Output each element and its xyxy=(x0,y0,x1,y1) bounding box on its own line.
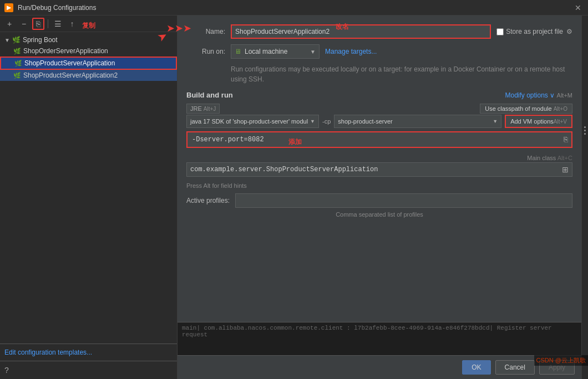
active-profiles-label: Active profiles: xyxy=(186,197,230,204)
title-bar: ▶ Run/Debug Configurations ✕ xyxy=(0,0,588,16)
toolbar-separator xyxy=(48,19,48,28)
copy-config-button[interactable]: ⎘ xyxy=(32,18,44,30)
cp-prefix: -cp xyxy=(322,118,331,125)
log-output-area: main| com.alibaba.nacos.common.remote.cl… xyxy=(178,322,581,355)
vm-options-row: -Dserver.port=8082 ⎘ xyxy=(186,131,572,151)
main-class-hint: Main class Alt+C xyxy=(527,155,572,161)
name-input[interactable] xyxy=(231,24,491,39)
main-class-row: com.example.server.ShopProductServerAppl… xyxy=(186,162,572,177)
sdk-dropdown[interactable]: java 17 SDK of 'shop-product-server' mod… xyxy=(186,115,319,128)
remove-config-button[interactable]: − xyxy=(18,18,30,30)
run-icon-3: 🌿 xyxy=(13,72,21,79)
active-profiles-row: Active profiles: xyxy=(186,193,572,208)
spring-boot-group-header[interactable]: ▼ 🌿 Spring Boot xyxy=(0,34,177,45)
run-icon-2: 🌿 xyxy=(14,60,22,67)
main-dialog: + − ⎘ ☰ ↑ ↓ ▼ 🌿 Spring Boot 🌿 ShopOrderS… xyxy=(0,16,588,379)
right-panel-edge xyxy=(581,16,588,379)
help-icon[interactable]: ? xyxy=(4,366,9,375)
add-config-button[interactable]: + xyxy=(3,18,16,30)
alt-hint-text: Press Alt for field hints xyxy=(186,182,572,189)
modify-options-link[interactable]: Modify options ∨ Alt+M xyxy=(505,91,573,99)
ok-button[interactable]: OK xyxy=(462,360,490,375)
main-class-field[interactable]: com.example.server.ShopProductServerAppl… xyxy=(186,162,572,177)
classpath-field[interactable]: shop-product-server ▼ xyxy=(334,115,501,128)
sidebar-item-shoporder[interactable]: 🌿 ShopOrderServerApplication xyxy=(0,45,177,57)
sidebar-item-shopproduct2[interactable]: 🌿 ShopProductServerApplication2 xyxy=(0,70,177,81)
build-run-title: Build and run xyxy=(186,91,233,99)
window-controls: ✕ xyxy=(572,3,584,12)
sidebar-toolbar: + − ⎘ ☰ ↑ ↓ xyxy=(0,16,177,32)
close-button[interactable]: ✕ xyxy=(572,3,584,12)
build-run-section-header: Build and run Modify options ∨ Alt+M xyxy=(186,91,572,99)
dialog-title: Run/Debug Configurations xyxy=(18,4,572,12)
store-row: Store as project file ⚙ xyxy=(496,28,572,35)
active-profiles-input[interactable] xyxy=(235,193,572,208)
app-icon: ▶ xyxy=(4,3,13,12)
manage-targets-link[interactable]: Manage targets... xyxy=(325,48,377,55)
name-label: Name: xyxy=(186,28,225,35)
sdk-arrow-icon: ▼ xyxy=(310,119,315,124)
jre-badge: JRE Alt+J xyxy=(186,104,220,114)
sort-button[interactable]: ☰ xyxy=(52,18,64,30)
spring-icon: 🌿 xyxy=(12,36,21,44)
spring-boot-label: Spring Boot xyxy=(23,36,58,44)
name-row: Name: Store as project file ⚙ xyxy=(186,24,572,39)
sidebar: + − ⎘ ☰ ↑ ↓ ▼ 🌿 Spring Boot 🌿 ShopOrderS… xyxy=(0,16,178,379)
csdn-watermark: CSDN @云上凯歌 xyxy=(534,355,588,366)
add-vm-options-button[interactable]: Add VM options Alt+V xyxy=(505,115,572,128)
info-text: Run configurations may be executed local… xyxy=(231,64,572,84)
sdk-row: java 17 SDK of 'shop-product-server' mod… xyxy=(186,115,572,128)
main-class-label-row: Main class Alt+C xyxy=(186,155,572,161)
spring-boot-group: ▼ 🌿 Spring Boot 🌿 ShopOrderServerApplica… xyxy=(0,34,177,81)
use-classpath-button[interactable]: Use classpath of module Alt+O xyxy=(480,104,572,114)
config-tree: ▼ 🌿 Spring Boot 🌿 ShopOrderServerApplica… xyxy=(0,32,177,344)
vm-options-icon: ⎘ xyxy=(564,136,568,144)
main-class-browse-icon[interactable]: ⊞ xyxy=(562,165,569,174)
sidebar-item-shopproduct[interactable]: 🌿 ShopProductServerApplication xyxy=(0,57,177,70)
run-on-row: Run on: 🖥 Local machine ▼ Manage targets… xyxy=(186,44,572,59)
run-on-dropdown[interactable]: 🖥 Local machine ▼ xyxy=(231,44,320,59)
dialog-footer: OK Cancel Apply xyxy=(178,355,581,379)
profiles-hint-text: Comma separated list of profiles xyxy=(186,211,572,218)
machine-icon: 🖥 xyxy=(235,48,241,55)
move-up-button[interactable]: ↑ xyxy=(66,18,78,30)
store-checkbox[interactable] xyxy=(496,28,504,35)
jre-classpath-row: JRE Alt+J Use classpath of module Alt+O xyxy=(186,104,572,114)
chevron-down-icon: ▼ xyxy=(4,37,10,43)
run-on-label: Run on: xyxy=(186,48,225,55)
config-content: Name: Store as project file ⚙ Run on: 🖥 … xyxy=(178,16,581,322)
store-gear-icon[interactable]: ⚙ xyxy=(566,28,572,35)
edit-config-templates-link[interactable]: Edit configuration templates... xyxy=(0,344,177,361)
move-down-button[interactable]: ↓ xyxy=(80,18,93,30)
cancel-button[interactable]: Cancel xyxy=(495,360,535,375)
run-icon-1: 🌿 xyxy=(13,48,21,55)
dropdown-arrow-icon: ▼ xyxy=(310,49,316,55)
vm-options-field[interactable]: -Dserver.port=8082 ⎘ xyxy=(186,131,572,148)
store-checkbox-label[interactable]: Store as project file xyxy=(496,28,563,35)
cp-arrow-icon: ▼ xyxy=(493,119,498,124)
